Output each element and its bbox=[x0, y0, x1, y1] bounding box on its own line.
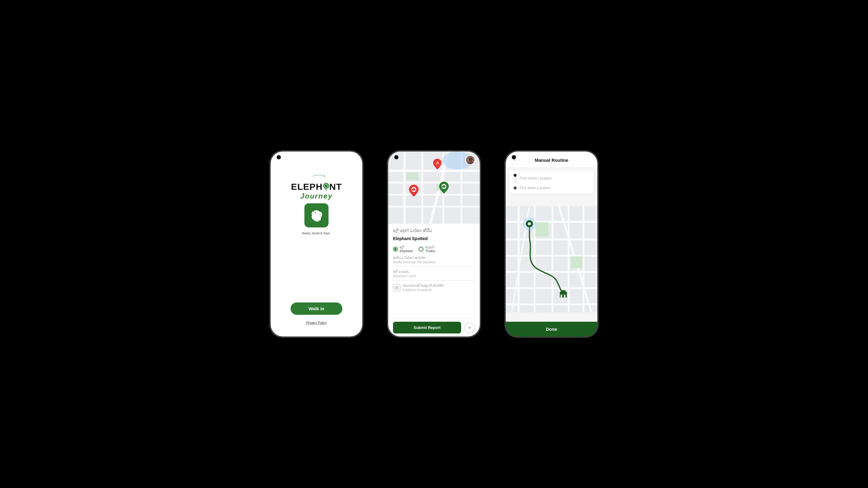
tagline: Aware, Avoid & Save. bbox=[302, 232, 331, 235]
journey-text: Journey bbox=[300, 192, 333, 200]
evidence-input[interactable]: ඡායාරූපයක් ඇතුලත් කරන්න Evidence (requir… bbox=[393, 284, 475, 292]
form-bottom-bar: Submit Report × bbox=[388, 318, 480, 336]
logo-area: ELEPH NT Journey bbox=[291, 182, 342, 235]
radio-tusker[interactable]: ඇතුන් Tusker bbox=[418, 245, 435, 253]
phone-1-screen: ELEPH NT Journey bbox=[271, 152, 362, 336]
home-dot bbox=[514, 174, 517, 177]
home-location-row[interactable]: Pick Home Location bbox=[514, 174, 590, 183]
svg-rect-44 bbox=[518, 206, 520, 313]
svg-rect-15 bbox=[388, 182, 480, 184]
svg-point-53 bbox=[528, 222, 531, 225]
svg-rect-16 bbox=[388, 194, 480, 195]
green-pin-icon bbox=[439, 182, 449, 194]
red-pin-icon bbox=[409, 185, 419, 197]
arrow-decoration bbox=[313, 173, 331, 181]
svg-point-11 bbox=[313, 210, 320, 216]
camera-icon bbox=[393, 284, 400, 291]
svg-rect-57 bbox=[564, 295, 565, 298]
radio-tusker-circle bbox=[418, 247, 424, 252]
phone-2: ⚠ bbox=[387, 151, 481, 337]
phone-3: ‹ Manual Routine Pick Home Location Pick… bbox=[505, 151, 598, 337]
elephant-icon-box bbox=[304, 203, 329, 227]
form-title-english[interactable]: Elephant Spotted bbox=[393, 236, 475, 241]
red-elephant-pin bbox=[409, 185, 419, 198]
location-card: Pick Home Location Pick Work Location bbox=[509, 170, 594, 194]
pin-icon bbox=[323, 183, 330, 191]
o-pin-letter bbox=[323, 183, 330, 191]
form-title-sinhala: අලි අඳුන් වාර්තා කිරීම bbox=[393, 228, 475, 233]
radio-elephant-circle bbox=[393, 247, 398, 252]
green-elephant-pin bbox=[439, 182, 449, 195]
elephant-text: ELEPH NT bbox=[291, 182, 342, 192]
phone-3-screen: ‹ Manual Routine Pick Home Location Pick… bbox=[506, 152, 597, 336]
svg-point-9 bbox=[319, 217, 321, 221]
warning-pin: ⚠ bbox=[433, 159, 442, 171]
phone-1: ELEPH NT Journey bbox=[270, 151, 363, 337]
svg-point-26 bbox=[469, 157, 473, 161]
camera-notch-1 bbox=[277, 155, 281, 159]
svg-rect-23 bbox=[406, 173, 418, 180]
phone-2-screen: ⚠ bbox=[388, 152, 480, 336]
svg-point-7 bbox=[315, 218, 317, 222]
svg-rect-19 bbox=[421, 152, 423, 224]
svg-rect-18 bbox=[403, 152, 406, 224]
form-area: අලි අඳුන් වාර්තා කිරීම Elephant Spotted … bbox=[388, 224, 480, 318]
elephant-icon bbox=[309, 208, 324, 223]
logo-text-block: ELEPH NT Journey bbox=[291, 182, 342, 200]
close-button[interactable]: × bbox=[464, 322, 475, 333]
pick-home-label: Pick Home Location bbox=[520, 176, 552, 181]
done-button[interactable]: Done bbox=[506, 322, 597, 336]
walk-in-button[interactable]: Walk in bbox=[290, 302, 342, 315]
work-location-row[interactable]: Pick Work Location bbox=[514, 186, 590, 190]
camera-notch-3 bbox=[512, 155, 516, 159]
svg-point-8 bbox=[317, 218, 319, 222]
route-map bbox=[506, 197, 597, 322]
privacy-policy-link[interactable]: Privacy Policy bbox=[306, 321, 327, 324]
warning-pin-icon: ⚠ bbox=[433, 159, 442, 170]
page-title: Manual Routine bbox=[519, 158, 584, 163]
user-avatar bbox=[465, 155, 475, 165]
svg-rect-50 bbox=[571, 256, 583, 268]
route-map-svg bbox=[506, 197, 597, 322]
pick-work-label: Pick Work Location bbox=[520, 186, 551, 190]
camera-notch-2 bbox=[394, 155, 398, 159]
svg-text:⚠: ⚠ bbox=[436, 161, 439, 165]
svg-point-6 bbox=[313, 217, 315, 221]
action-area: Walk in bbox=[290, 293, 342, 315]
route-connector bbox=[516, 177, 516, 183]
svg-point-34 bbox=[442, 186, 443, 188]
svg-point-31 bbox=[412, 189, 413, 191]
svg-rect-56 bbox=[561, 295, 562, 298]
svg-rect-48 bbox=[583, 206, 584, 313]
svg-rect-47 bbox=[568, 206, 569, 313]
svg-rect-55 bbox=[561, 290, 565, 292]
svg-rect-46 bbox=[552, 206, 553, 313]
manual-routine-header: ‹ Manual Routine bbox=[506, 152, 597, 167]
svg-point-0 bbox=[323, 183, 329, 189]
svg-point-12 bbox=[315, 212, 316, 213]
radio-group: අලි Elephant ඇතුන් Tusker bbox=[393, 245, 475, 253]
submit-report-button[interactable]: Submit Report bbox=[393, 322, 461, 333]
radio-elephant[interactable]: අලි Elephant bbox=[393, 245, 412, 253]
count-input[interactable]: අලි සංඛ්‍යාව Elephant Count bbox=[393, 270, 475, 281]
svg-point-36 bbox=[396, 287, 398, 289]
map-area: ⚠ bbox=[388, 152, 480, 224]
situation-input[interactable]: තත්වය විස්තර කරන්න Briefly Describe the … bbox=[393, 256, 475, 267]
work-dot bbox=[514, 187, 517, 190]
svg-rect-49 bbox=[535, 222, 549, 236]
